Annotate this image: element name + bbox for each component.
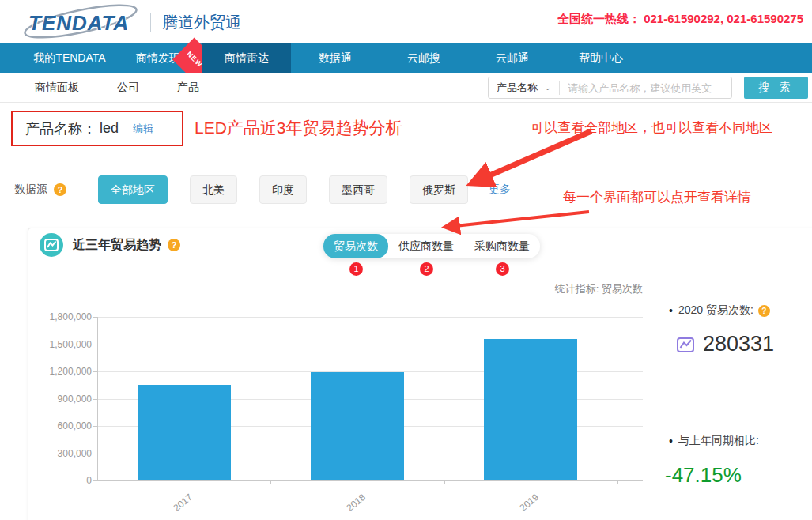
datasource-label: 数据源 <box>14 183 47 197</box>
compare-stat-line: • 与上年同期相比: <box>669 434 759 448</box>
annotation-headline: LED产品近3年贸易趋势分析 <box>195 117 402 139</box>
current-stat-line: • 2020 贸易次数: ? <box>669 303 770 318</box>
nav-item-4[interactable]: 云邮搜 <box>380 43 468 73</box>
gridline <box>97 480 643 481</box>
product-search-box: 产品名称 ⌄ <box>488 77 732 99</box>
y-axis-label: 0 <box>28 475 92 486</box>
y-axis-line <box>97 317 98 480</box>
arrow-to-more-link <box>475 131 591 182</box>
subnav-item-0[interactable]: 商情面板 <box>35 73 79 102</box>
hotline: 全国统一热线： 021-61590292, 021-61590275 <box>557 12 803 27</box>
current-stat-value-row: 280331 <box>675 332 774 356</box>
nav-item-3[interactable]: 数据通 <box>291 43 380 73</box>
search-category-label: 产品名称 <box>497 81 538 95</box>
y-axis-label: 600,000 <box>28 420 92 431</box>
x-axis-label: 2018 <box>329 492 368 520</box>
compare-stat-value: -47.15% <box>665 463 742 488</box>
hotline-label: 全国统一热线： <box>557 12 640 25</box>
chevron-down-icon: ⌄ <box>544 84 551 92</box>
sub-nav: 商情面板公司产品 产品名称 ⌄ 搜 索 <box>0 73 812 103</box>
help-icon[interactable]: ? <box>758 305 770 317</box>
region-button-4[interactable]: 俄罗斯 <box>410 175 468 204</box>
search-button[interactable]: 搜 索 <box>744 77 808 99</box>
datasource-filter-row: 数据源 ? 全部地区北美印度墨西哥俄罗斯 更多 <box>14 175 511 204</box>
region-button-2[interactable]: 印度 <box>259 175 307 204</box>
search-category-select[interactable]: 产品名称 ⌄ <box>489 81 559 95</box>
annotation-regions-note: 可以查看全部地区，也可以查看不同地区 <box>531 119 772 137</box>
x-tick <box>617 480 618 484</box>
current-stat-value: 280331 <box>703 332 774 356</box>
y-axis-label: 300,000 <box>28 448 92 459</box>
arrow-to-tabs <box>448 212 589 227</box>
product-name-label: 产品名称： <box>25 119 96 138</box>
edit-product-link[interactable]: 编辑 <box>133 122 153 136</box>
panel-divider <box>651 284 651 520</box>
subnav-item-2[interactable]: 产品 <box>177 73 199 102</box>
product-name-box: 产品名称： led 编辑 <box>11 111 183 146</box>
bar-2017[interactable] <box>138 385 231 480</box>
y-axis-label: 1,200,000 <box>28 366 92 377</box>
search-input[interactable] <box>560 82 731 94</box>
x-axis-label: 2017 <box>156 492 195 520</box>
y-axis-label: 1,500,000 <box>28 339 92 350</box>
trend-panel: 近三年贸易趋势 ? 贸易次数供应商数量采购商数量123 统计指标: 贸易次数 0… <box>28 228 812 520</box>
bullet-icon: • <box>669 435 673 447</box>
x-tick <box>444 480 445 484</box>
compare-stat-label: 与上年同期相比: <box>678 434 759 448</box>
subnav-item-1[interactable]: 公司 <box>117 73 139 102</box>
y-tick <box>93 480 97 481</box>
region-button-3[interactable]: 墨西哥 <box>329 175 387 204</box>
x-tick <box>270 480 271 484</box>
main-nav: 我的TENDATA商情发现NEW商情雷达数据通云邮搜云邮通帮助中心 <box>0 43 812 73</box>
more-regions-link[interactable]: 更多 <box>489 183 511 197</box>
bullet-icon: • <box>669 304 673 317</box>
region-button-0[interactable]: 全部地区 <box>98 175 168 204</box>
gridline <box>97 317 643 318</box>
nav-item-5[interactable]: 云邮通 <box>468 43 557 73</box>
app-header: TENDATA 腾道外贸通 全国统一热线： 021-61590292, 021-… <box>0 0 812 43</box>
brand-name: 腾道外贸通 <box>162 12 241 33</box>
nav-item-0[interactable]: 我的TENDATA <box>25 43 114 73</box>
nav-item-6[interactable]: 帮助中心 <box>557 43 645 73</box>
nav-item-1[interactable]: 商情发现NEW <box>114 43 202 73</box>
logo-text: TENDATA <box>28 11 129 36</box>
brand-divider <box>150 13 151 32</box>
y-axis-label: 1,800,000 <box>28 311 92 322</box>
help-icon[interactable]: ? <box>54 183 66 196</box>
x-axis-label: 2019 <box>502 492 541 520</box>
tendata-logo[interactable]: TENDATA <box>22 4 142 40</box>
product-name-value: led <box>100 120 119 137</box>
hotline-numbers: 021-61590292, 021-61590275 <box>644 12 803 25</box>
y-axis-label: 900,000 <box>28 394 92 405</box>
bar-2019[interactable] <box>484 339 577 480</box>
nav-item-2[interactable]: 商情雷达 <box>202 43 291 73</box>
region-button-1[interactable]: 北美 <box>190 175 237 204</box>
purple-chart-icon <box>675 334 696 355</box>
bar-2018[interactable] <box>311 372 404 480</box>
annotation-detail-note: 每一个界面都可以点开查看详情 <box>563 188 751 206</box>
current-stat-label: 2020 贸易次数: <box>678 303 753 318</box>
